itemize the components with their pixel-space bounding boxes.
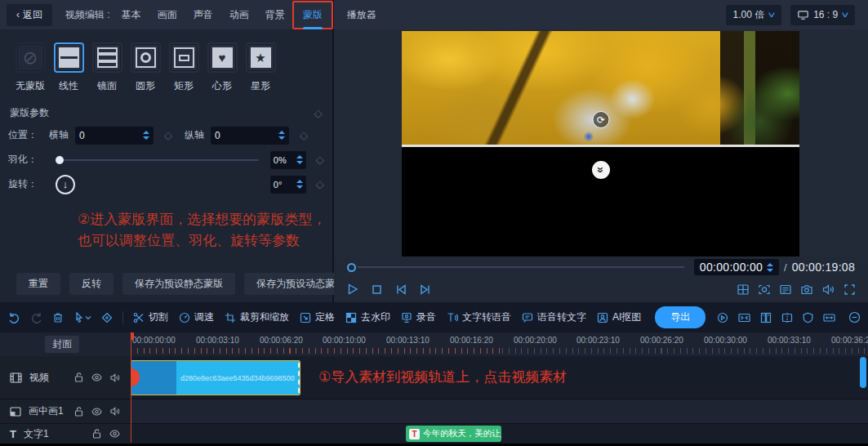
- shield-icon[interactable]: [803, 312, 813, 323]
- lock-icon[interactable]: [74, 407, 83, 417]
- rectangle-mask-icon: [169, 42, 199, 73]
- visibility-eye-icon[interactable]: [109, 430, 120, 438]
- video-preview[interactable]: ⟳ »: [402, 31, 799, 256]
- tab-background[interactable]: 背景: [265, 8, 285, 22]
- freeze-frame-icon: [300, 312, 311, 323]
- redo-icon[interactable]: [30, 312, 42, 323]
- spinner-arrows-icon[interactable]: [278, 131, 285, 140]
- mask-type-rectangle[interactable]: 矩形: [168, 42, 199, 93]
- reset-button[interactable]: 重置: [16, 273, 60, 295]
- add-keyframe-icon[interactable]: [101, 312, 113, 323]
- watermark-icon: [345, 312, 357, 323]
- rotation-knob[interactable]: ↓: [56, 175, 75, 194]
- track-mute-speaker-icon[interactable]: [110, 373, 120, 382]
- tool-speed[interactable]: 调速: [179, 310, 214, 324]
- keyframe-diamond-icon[interactable]: ◇: [314, 108, 323, 118]
- current-time-input[interactable]: 00:00:00:00: [694, 259, 779, 275]
- tool-ai-cutout[interactable]: AI抠图: [597, 310, 641, 324]
- top-region: ‹ 返回 视频编辑 : 基本 画面 声音 动画 背景 蒙版 ⊘: [0, 0, 868, 302]
- split-clip-icon[interactable]: [781, 312, 793, 323]
- timeline-section: 切割 调速 裁剪和缩放 定格 去水印 录音: [0, 302, 868, 446]
- playback-speed-dropdown[interactable]: 1.00 倍 ˅: [726, 5, 782, 25]
- list-panel-icon[interactable]: [780, 284, 791, 295]
- next-frame-button[interactable]: [420, 284, 431, 295]
- spinner-arrows-icon[interactable]: [143, 131, 149, 140]
- mask-type-label: 圆形: [136, 79, 155, 93]
- video-track-header: 视频: [0, 356, 131, 399]
- mask-type-none[interactable]: ⊘ 无蒙版: [15, 42, 46, 93]
- tab-sound[interactable]: 声音: [194, 8, 213, 22]
- tab-mask[interactable]: 蒙版: [303, 8, 323, 22]
- snapshot-camera-icon[interactable]: [801, 284, 812, 295]
- grid-view-icon[interactable]: [737, 284, 749, 295]
- tab-basic[interactable]: 基本: [122, 8, 141, 22]
- timeline-vertical-scrollbar[interactable]: [860, 357, 866, 388]
- lock-icon[interactable]: [74, 372, 83, 382]
- keyframe-diamond-icon[interactable]: ◇: [316, 179, 324, 190]
- fit-timeline-icon[interactable]: [738, 312, 750, 323]
- seek-knob[interactable]: [347, 263, 356, 272]
- video-clip[interactable]: d280e8ec63aee5435d34b9698500: [131, 360, 300, 395]
- delete-icon[interactable]: [52, 312, 64, 323]
- focus-frame-icon[interactable]: [759, 284, 770, 295]
- tool-record-audio[interactable]: 录音: [401, 310, 436, 324]
- tab-picture[interactable]: 画面: [158, 8, 177, 22]
- video-visible-region[interactable]: ⟳: [402, 31, 799, 145]
- tool-cut[interactable]: 切割: [133, 310, 168, 324]
- feather-slider-knob[interactable]: [56, 156, 64, 164]
- ruler-lane[interactable]: 00:00:00:00 00:00:03:10 00:00:06:20 00:0…: [131, 332, 868, 356]
- mask-type-star[interactable]: ★ 星形: [245, 42, 276, 93]
- keyframe-diamond-icon[interactable]: ◇: [164, 130, 172, 140]
- save-static-preset-button[interactable]: 保存为预设静态蒙版: [122, 273, 235, 295]
- pip-track-lane[interactable]: [131, 399, 868, 423]
- track-mute-speaker-icon[interactable]: [110, 407, 120, 416]
- back-button[interactable]: ‹ 返回: [7, 4, 52, 26]
- previous-frame-button[interactable]: [395, 284, 407, 295]
- video-track-lane[interactable]: d280e8ec63aee5435d34b9698500 ①导入素材到视频轨道上…: [131, 356, 868, 399]
- export-button[interactable]: 导出: [655, 306, 706, 328]
- pages-icon[interactable]: [760, 312, 772, 323]
- keyframe-diamond-icon[interactable]: ◇: [316, 154, 324, 165]
- spinner-arrows-icon[interactable]: [296, 180, 303, 189]
- volume-icon[interactable]: [822, 284, 835, 295]
- undo-icon[interactable]: [8, 312, 20, 323]
- tool-freeze-frame[interactable]: 定格: [300, 310, 335, 324]
- tab-animation[interactable]: 动画: [229, 8, 249, 22]
- feather-slider[interactable]: [57, 159, 259, 161]
- mask-type-mirror[interactable]: 镜面: [91, 42, 122, 93]
- lock-icon[interactable]: [92, 429, 101, 439]
- feather-value-input[interactable]: 0%: [270, 151, 306, 169]
- text-clip[interactable]: T 今年的秋天，美的让人: [406, 426, 501, 442]
- total-duration: 00:00:19:08: [792, 261, 855, 274]
- seek-track[interactable]: [358, 266, 684, 268]
- visibility-eye-icon[interactable]: [91, 408, 102, 416]
- play-button[interactable]: [347, 283, 358, 295]
- tool-speech-to-text[interactable]: 语音转文字: [522, 310, 586, 324]
- invert-button[interactable]: 反转: [69, 273, 114, 295]
- y-position-input[interactable]: 0: [211, 127, 289, 145]
- mask-type-linear[interactable]: 线性: [53, 42, 84, 93]
- tool-text-to-speech[interactable]: 文字转语音: [447, 310, 511, 324]
- text-track-lane[interactable]: T 今年的秋天，美的让人: [131, 424, 868, 444]
- stop-button[interactable]: [372, 284, 382, 295]
- select-cursor-icon[interactable]: [73, 312, 91, 323]
- mask-feather-handle[interactable]: »: [592, 161, 610, 179]
- zoom-out-icon[interactable]: [848, 311, 861, 323]
- mask-type-heart[interactable]: ♥ 心形: [207, 42, 238, 93]
- tool-crop-zoom[interactable]: 裁剪和缩放: [225, 310, 289, 324]
- auto-fit-width-icon[interactable]: [823, 312, 835, 323]
- render-preview-icon[interactable]: [717, 312, 728, 323]
- aspect-ratio-dropdown[interactable]: 16 : 9 ˅: [790, 5, 855, 25]
- fullscreen-icon[interactable]: [844, 284, 855, 295]
- tool-remove-watermark[interactable]: 去水印: [345, 310, 390, 324]
- spinner-arrows-icon[interactable]: [296, 155, 303, 164]
- mask-rotate-handle[interactable]: ⟳: [592, 111, 609, 128]
- cover-button[interactable]: 封面: [45, 336, 79, 353]
- mask-type-circle[interactable]: 圆形: [130, 42, 161, 93]
- rotate-value-input[interactable]: 0°: [270, 176, 306, 194]
- x-position-input[interactable]: 0: [75, 127, 154, 145]
- keyframe-diamond-icon[interactable]: ◇: [300, 130, 308, 140]
- playhead-line[interactable]: [131, 332, 131, 443]
- visibility-eye-icon[interactable]: [91, 373, 102, 381]
- spinner-arrows-icon[interactable]: [767, 263, 773, 272]
